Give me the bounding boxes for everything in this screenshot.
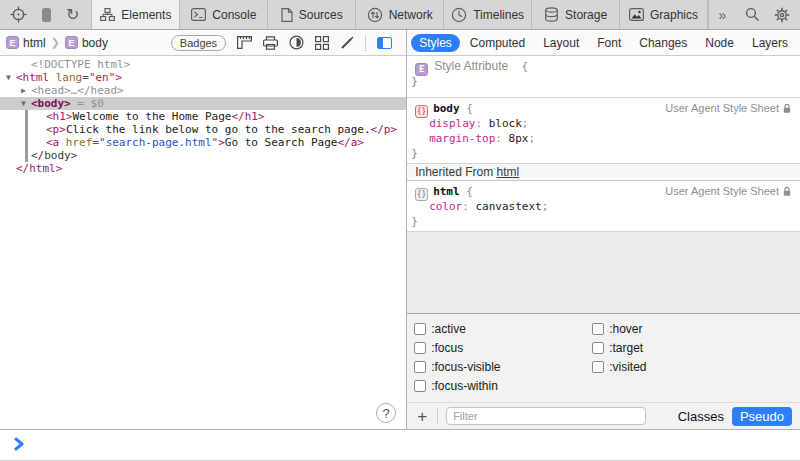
code-token: Go to Search Page: [225, 136, 338, 149]
ruler-icon[interactable]: [237, 36, 252, 49]
checkbox[interactable]: [592, 342, 604, 354]
lock-icon: [782, 186, 792, 197]
tab-font[interactable]: Font: [589, 34, 629, 52]
tab-overflow-chevrons-icon[interactable]: »: [708, 0, 736, 29]
appearance-contrast-icon[interactable]: [289, 35, 304, 50]
property-name[interactable]: margin-top: [429, 132, 495, 145]
printer-icon[interactable]: [263, 36, 278, 50]
tab-changes[interactable]: Changes: [631, 34, 695, 52]
code-token: </body>: [31, 149, 77, 162]
style-attribute-section: EStyle Attribute {}: [407, 56, 800, 98]
filter-input[interactable]: [446, 407, 646, 425]
dom-tree-row[interactable]: ▼<body> = $0: [0, 97, 406, 110]
tab-storage[interactable]: Storage: [531, 0, 619, 29]
code-token: }: [411, 147, 418, 160]
empty-filler: [407, 232, 800, 314]
tab-label: Graphics: [650, 8, 698, 22]
code-token: <head>…</head>: [31, 84, 124, 97]
tab-elements[interactable]: Elements: [91, 0, 179, 29]
classes-button[interactable]: Classes: [678, 409, 724, 424]
code-token: Click the link below to go to the search…: [66, 123, 371, 136]
dom-tree-row[interactable]: <h1>Welcome to the Home Page</h1>: [0, 110, 406, 123]
pseudo-toggle-active[interactable]: :active: [414, 319, 592, 338]
disclosure-triangle-icon[interactable]: ▶: [21, 84, 31, 97]
breadcrumb-item-body[interactable]: E body: [65, 36, 108, 50]
tab-network[interactable]: Network: [355, 0, 443, 29]
settings-gear-icon[interactable]: [768, 0, 796, 29]
paintbrush-icon[interactable]: [340, 36, 354, 50]
section-title: Style Attribute: [434, 59, 508, 73]
add-rule-button[interactable]: +: [415, 408, 429, 425]
dom-tree-row[interactable]: ▶<head>…</head>: [0, 84, 406, 97]
inherited-element-link[interactable]: html: [497, 165, 520, 179]
tab-console[interactable]: Console: [179, 0, 267, 29]
dom-tree-row[interactable]: <p>Click the link below to go to the sea…: [0, 123, 406, 136]
divider: [365, 35, 366, 51]
pseudo-class-toggles: :active:focus:focus-visible:focus-within…: [407, 314, 800, 402]
reload-icon[interactable]: ↻: [66, 7, 79, 23]
property-name[interactable]: display: [429, 117, 475, 130]
dom-tree-row[interactable]: </body>: [0, 149, 406, 162]
console-prompt-icon: [14, 437, 25, 451]
code-token: :: [495, 132, 508, 145]
tab-layout[interactable]: Layout: [535, 34, 587, 52]
search-icon[interactable]: [738, 0, 766, 29]
dom-tree-row[interactable]: ▼<html lang="en">: [0, 71, 406, 84]
code-token: {: [460, 102, 473, 115]
styles-rules-list: EStyle Attribute {}{}body {User Agent St…: [407, 56, 800, 314]
rule-selector[interactable]: html: [433, 185, 460, 198]
pseudo-label: :focus-within: [431, 379, 498, 393]
checkbox[interactable]: [414, 380, 426, 392]
property-value[interactable]: canvastext: [476, 200, 542, 213]
details-sidebar-toggle-icon[interactable]: [377, 37, 392, 49]
help-button[interactable]: ?: [376, 403, 396, 423]
dom-tree-row[interactable]: <a href="search-page.html">Go to Search …: [0, 136, 406, 149]
tab-styles[interactable]: Styles: [411, 34, 460, 52]
dom-tree-row[interactable]: </html>: [0, 162, 406, 175]
pseudo-toggle-focus-visible[interactable]: :focus-visible: [414, 357, 592, 376]
tab-computed[interactable]: Computed: [462, 34, 533, 52]
tab-label: Storage: [565, 8, 607, 22]
badges-button[interactable]: Badges: [171, 35, 226, 51]
dom-tree-row[interactable]: <!DOCTYPE html>: [0, 58, 406, 71]
checkbox[interactable]: [592, 323, 604, 335]
code-token: ;: [522, 117, 529, 130]
tab-node[interactable]: Node: [697, 34, 742, 52]
disclosure-triangle-icon[interactable]: ▼: [6, 71, 16, 84]
breadcrumb-item-html[interactable]: E html: [6, 36, 46, 50]
disclosure-triangle-icon[interactable]: ▼: [21, 97, 31, 110]
property-name[interactable]: color: [429, 200, 462, 213]
code-token: <p>: [46, 123, 66, 136]
tab-graphics[interactable]: Graphics: [619, 0, 708, 29]
code-token: }: [411, 75, 418, 88]
code-token: Welcome to the Home Page: [73, 110, 232, 123]
checkbox[interactable]: [592, 361, 604, 373]
grid-overlay-icon[interactable]: [315, 36, 329, 50]
checkbox[interactable]: [414, 342, 426, 354]
quick-console-bar[interactable]: [0, 429, 800, 460]
checkbox[interactable]: [414, 323, 426, 335]
pseudo-toggle-hover[interactable]: :hover: [592, 319, 770, 338]
pseudo-label: :focus: [431, 341, 463, 355]
pseudo-button[interactable]: Pseudo: [732, 407, 792, 426]
styles-panel: Styles Computed Layout Font Changes Node…: [407, 30, 800, 429]
tab-timelines[interactable]: Timelines: [443, 0, 531, 29]
divider: [437, 408, 438, 424]
web-inspector-window: ↻ Elements Console Sources Network Timel…: [0, 0, 800, 461]
code-token: = $0: [71, 97, 104, 110]
selected-children-guide: [25, 110, 28, 162]
tab-sources[interactable]: Sources: [267, 0, 355, 29]
pseudo-toggle-focus[interactable]: :focus: [414, 338, 592, 357]
pseudo-toggle-target[interactable]: :target: [592, 338, 770, 357]
rule-selector[interactable]: body: [433, 102, 460, 115]
pseudo-toggle-focus-within[interactable]: :focus-within: [414, 376, 592, 395]
pseudo-toggle-visited[interactable]: :visited: [592, 357, 770, 376]
code-token: =: [82, 71, 89, 84]
device-icon[interactable]: [42, 8, 51, 22]
checkbox[interactable]: [414, 361, 426, 373]
code-token: :: [475, 117, 488, 130]
property-value[interactable]: 8px: [509, 132, 529, 145]
inspect-crosshair-icon[interactable]: [10, 6, 27, 23]
tab-layers[interactable]: Layers: [744, 34, 796, 52]
property-value[interactable]: block: [489, 117, 522, 130]
